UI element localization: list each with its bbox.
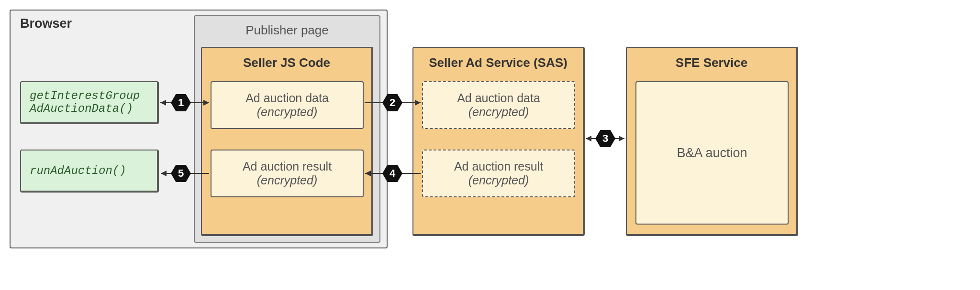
ba-auction-label: B&A auction bbox=[677, 146, 747, 161]
sas-auction-data-enc: (encrypted) bbox=[423, 105, 574, 119]
sas-auction-data-label: Ad auction data bbox=[423, 91, 574, 105]
sfe-title: SFE Service bbox=[676, 55, 747, 70]
seller-ad-service: Seller Ad Service (SAS) bbox=[412, 47, 585, 236]
js-auction-result-box: Ad auction result (encrypted) bbox=[211, 150, 364, 197]
api-get-ig-label: getInterestGroup AdAuctionData() bbox=[30, 89, 148, 115]
js-auction-data-enc: (encrypted) bbox=[212, 105, 363, 119]
step-3-badge: 3 bbox=[595, 130, 615, 147]
seller-js-title: Seller JS Code bbox=[243, 55, 330, 70]
seller-js-code: Seller JS Code bbox=[201, 47, 373, 236]
js-auction-data-box: Ad auction data (encrypted) bbox=[211, 81, 364, 129]
sas-auction-result-enc: (encrypted) bbox=[423, 173, 574, 187]
auction-flow-diagram: Browser Publisher page Seller JS Code ge… bbox=[10, 10, 970, 280]
ba-auction-box: B&A auction bbox=[635, 81, 789, 225]
js-auction-data-label: Ad auction data bbox=[212, 91, 363, 105]
sas-auction-result-label: Ad auction result bbox=[423, 160, 574, 173]
sas-auction-result-box: Ad auction result (encrypted) bbox=[422, 150, 575, 197]
api-run-ad-auction: runAdAuction() bbox=[20, 150, 159, 193]
api-get-interest-group: getInterestGroup AdAuctionData() bbox=[20, 81, 159, 124]
api-run-auction-label: runAdAuction() bbox=[30, 164, 126, 177]
sas-auction-data-box: Ad auction data (encrypted) bbox=[422, 81, 575, 129]
publisher-label: Publisher page bbox=[245, 23, 328, 37]
sas-title: Seller Ad Service (SAS) bbox=[429, 55, 568, 70]
js-auction-result-enc: (encrypted) bbox=[212, 173, 363, 187]
js-auction-result-label: Ad auction result bbox=[212, 160, 363, 173]
